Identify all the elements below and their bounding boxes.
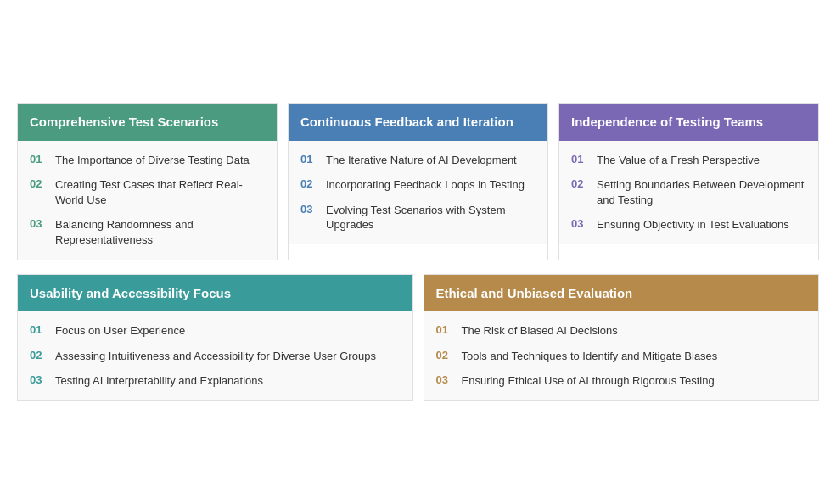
item-number: 01 [30, 153, 48, 165]
list-item: 02 Creating Test Cases that Reflect Real… [30, 177, 265, 207]
item-text: Testing AI Interpretability and Explanat… [55, 373, 263, 389]
item-text: Tools and Techniques to Identify and Mit… [462, 349, 718, 364]
card-comprehensive-header: Comprehensive Test Scenarios [18, 104, 277, 141]
top-row: Comprehensive Test Scenarios 01 The Impo… [17, 103, 819, 260]
list-item: 02 Assessing Intuitiveness and Accessibi… [30, 349, 401, 364]
item-number: 01 [571, 153, 590, 165]
card-usability: Usability and Accessibility Focus 01 Foc… [17, 274, 413, 401]
card-independence: Independence of Testing Teams 01 The Val… [558, 103, 819, 260]
card-ethical: Ethical and Unbiased Evaluation 01 The R… [424, 274, 820, 401]
item-text: Balancing Randomness and Representativen… [55, 217, 265, 247]
item-text: Creating Test Cases that Reflect Real-Wo… [55, 177, 265, 207]
item-text: Focus on User Experience [55, 323, 185, 339]
item-text: The Iterative Nature of AI Development [326, 153, 517, 168]
item-number: 02 [571, 177, 590, 190]
item-number: 01 [436, 323, 455, 336]
card-usability-body: 01 Focus on User Experience 02 Assessing… [18, 311, 412, 400]
list-item: 03 Evolving Test Scenarios with System U… [300, 203, 536, 232]
list-item: 03 Ensuring Objectivity in Test Evaluati… [571, 217, 806, 232]
item-number: 02 [436, 349, 455, 361]
item-text: The Risk of Biased AI Decisions [462, 323, 618, 339]
item-text: The Value of a Fresh Perspective [597, 153, 760, 168]
item-number: 03 [571, 217, 590, 230]
item-text: Ensuring Ethical Use of AI through Rigor… [462, 373, 715, 389]
card-independence-header: Independence of Testing Teams [559, 104, 818, 141]
item-number: 02 [30, 349, 48, 361]
list-item: 02 Tools and Techniques to Identify and … [436, 349, 807, 364]
item-text: Incorporating Feedback Loops in Testing [326, 177, 525, 193]
list-item: 01 The Risk of Biased AI Decisions [436, 323, 807, 339]
item-text: Setting Boundaries Between Development a… [597, 177, 806, 207]
list-item: 03 Testing AI Interpretability and Expla… [30, 373, 401, 389]
item-number: 01 [300, 153, 319, 165]
item-number: 03 [436, 373, 455, 386]
item-text: Assessing Intuitiveness and Accessibilit… [55, 349, 376, 364]
card-ethical-header: Ethical and Unbiased Evaluation [424, 275, 819, 312]
item-number: 02 [300, 177, 319, 190]
item-number: 03 [30, 217, 48, 230]
item-text: The Importance of Diverse Testing Data [55, 153, 250, 168]
bottom-row: Usability and Accessibility Focus 01 Foc… [17, 274, 819, 401]
card-comprehensive-body: 01 The Importance of Diverse Testing Dat… [18, 141, 277, 260]
item-number: 02 [30, 177, 48, 190]
card-continuous-header: Continuous Feedback and Iteration [289, 104, 547, 141]
list-item: 03 Ensuring Ethical Use of AI through Ri… [436, 373, 807, 389]
list-item: 03 Balancing Randomness and Representati… [30, 217, 265, 247]
item-number: 03 [300, 203, 319, 216]
list-item: 01 The Value of a Fresh Perspective [571, 153, 806, 168]
card-continuous-body: 01 The Iterative Nature of AI Developmen… [289, 141, 547, 244]
list-item: 02 Incorporating Feedback Loops in Testi… [300, 177, 536, 193]
list-item: 01 The Importance of Diverse Testing Dat… [30, 153, 265, 168]
item-number: 01 [30, 323, 48, 336]
main-container: Comprehensive Test Scenarios 01 The Impo… [17, 103, 819, 400]
list-item: 02 Setting Boundaries Between Developmen… [571, 177, 806, 207]
card-ethical-body: 01 The Risk of Biased AI Decisions 02 To… [424, 311, 819, 400]
list-item: 01 Focus on User Experience [30, 323, 401, 339]
list-item: 01 The Iterative Nature of AI Developmen… [300, 153, 536, 168]
card-comprehensive: Comprehensive Test Scenarios 01 The Impo… [17, 103, 278, 260]
card-continuous: Continuous Feedback and Iteration 01 The… [288, 103, 548, 260]
card-usability-header: Usability and Accessibility Focus [18, 275, 412, 312]
item-text: Evolving Test Scenarios with System Upgr… [326, 203, 536, 232]
item-text: Ensuring Objectivity in Test Evaluations [597, 217, 789, 232]
card-independence-body: 01 The Value of a Fresh Perspective 02 S… [559, 141, 818, 244]
item-number: 03 [30, 373, 48, 386]
